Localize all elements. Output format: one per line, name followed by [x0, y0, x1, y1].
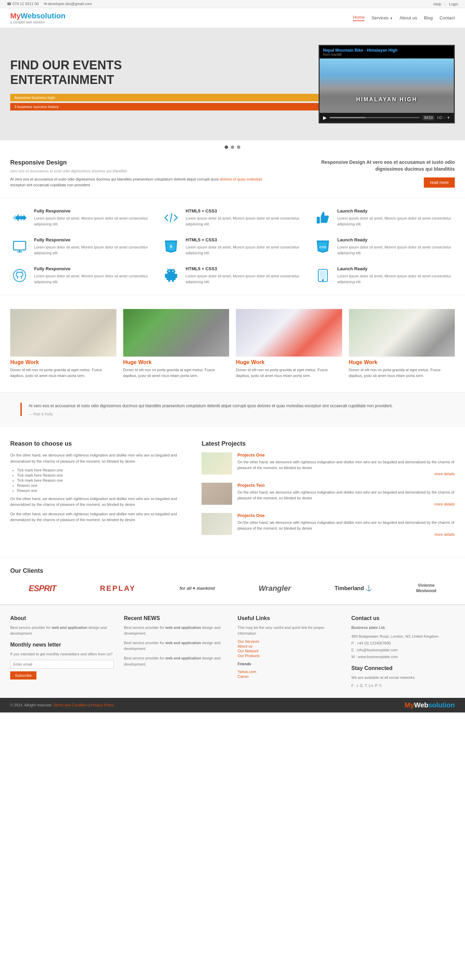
footer-news-desc: Best service provider for web and applic…	[124, 625, 227, 637]
footer-news-item-1: Best service provider for web and applic…	[124, 640, 227, 652]
link-yahoo[interactable]: Yahoo.com	[238, 670, 341, 674]
android-icon	[162, 266, 181, 285]
dot-3[interactable]	[237, 145, 240, 149]
dot-2[interactable]	[231, 145, 234, 149]
portfolio-image-4	[349, 309, 455, 356]
svg-text:5: 5	[170, 244, 172, 249]
arrows-icon	[10, 208, 29, 227]
hero-dots	[0, 145, 465, 149]
code-icon	[162, 208, 181, 227]
footer-logo-web: Web	[414, 701, 428, 709]
footer-logo: MyWebsolution	[405, 701, 455, 709]
client-wrangler: Wrangler	[259, 584, 291, 593]
newsletter-email-input[interactable]	[10, 660, 114, 669]
more-details-2[interactable]: more details	[237, 502, 455, 506]
video-image: HIMALAYAN HIGH	[320, 59, 454, 113]
list-item: Reason one	[17, 488, 188, 493]
projects-column: Latest Projects Projects One On the othe…	[201, 440, 455, 543]
read-more-button[interactable]: read more	[424, 177, 455, 188]
more-details-3[interactable]: more details	[237, 532, 455, 536]
stay-connected: Stay Connected We are available at all s…	[351, 665, 455, 688]
svg-rect-4	[14, 241, 26, 250]
nav-about[interactable]: About us	[399, 15, 417, 21]
contact-info: 480 Bridgewater Road, London, W1 United …	[351, 633, 455, 660]
feature-text: HTML5 + CSS3 Lorem ipsum dolor sit amet,…	[185, 266, 303, 285]
project-thumb-2	[201, 483, 232, 505]
svg-rect-22	[168, 279, 170, 282]
reasons-body2: On the other hand, we denounce with righ…	[10, 496, 188, 508]
top-bar: ☎ 074 11 9211 00 ✉ developer.sbs@gmail.c…	[0, 0, 465, 8]
logo: MyWebsolution a complet web solution	[10, 11, 66, 24]
logo-solution: solution	[37, 11, 66, 20]
link-network[interactable]: Our Network	[238, 649, 341, 653]
contact-web: W : www.businessplate.com	[351, 654, 455, 660]
project-title-2: Projects Two	[237, 483, 455, 488]
email-address: ✉ developer.sbs@gmail.com	[44, 2, 92, 6]
responsive-right: Responsive Design At vero eos et accusam…	[299, 159, 455, 188]
clients-section: Our Clients ESPRIT REPLAY for all ♥ mank…	[0, 557, 465, 604]
link-services[interactable]: Our Services	[238, 640, 341, 643]
svg-line-17	[168, 269, 169, 270]
project-item: Projects One On the other hand, we denou…	[201, 452, 455, 476]
more-details-1[interactable]: more details	[237, 472, 455, 476]
footer-newsletter-desc: If you intended to get monthly newslette…	[10, 651, 114, 657]
nav-contact[interactable]: Contact	[439, 15, 455, 21]
privacy-link[interactable]: Privacy Policy	[91, 703, 114, 707]
reasons-body3: On the other hand, we denounce with righ…	[10, 511, 188, 523]
nav-home[interactable]: Home	[353, 14, 365, 21]
client-mankind: for all ♥ mankind	[179, 586, 215, 591]
terms-link[interactable]: Terms and Condition	[53, 703, 88, 707]
css3-icon: CSS	[313, 237, 332, 256]
quote-text: At vero eos et accusamus et iusto odio d…	[29, 403, 444, 409]
hero-title: FIND OUR EVENTS ENTERTAINMENT	[10, 58, 319, 87]
svg-rect-20	[165, 274, 167, 278]
feature-item: CSS Launch Ready Lorem ipsum dolor sit a…	[313, 237, 455, 256]
thumbsup-icon	[313, 208, 332, 227]
feature-item: Launch Ready Lorem ipsum dolor sit amet,…	[313, 208, 455, 227]
social-links: F . t. G. T. Ln. P. Y.	[351, 684, 455, 688]
help-link[interactable]: Help	[434, 2, 441, 6]
svg-rect-19	[166, 273, 176, 280]
feature-item: Fully Responsive Lorem ipsum dolor sit a…	[10, 266, 152, 285]
footer-contact-title: Contact us	[351, 615, 455, 621]
feature-text: HTML5 + CSS3 Lorem ipsum dolor sit amet,…	[185, 208, 303, 227]
phone-number: ☎ 074 11 9211 00	[7, 2, 39, 6]
project-info-2: Projects Two On the other hand, we denou…	[237, 483, 455, 506]
svg-line-2	[170, 213, 172, 222]
client-replay: REPLAY	[100, 584, 136, 593]
project-thumb-1	[201, 452, 232, 474]
svg-rect-26	[319, 271, 326, 279]
link-canon[interactable]: Canon	[238, 675, 341, 678]
footer-copyright: © 2014, Allright reserved. Terms and Con…	[10, 703, 114, 707]
two-col-section: Reason to choose us On the other hand, w…	[0, 426, 465, 557]
badge-2: 3 business success history	[10, 103, 319, 110]
svg-text:CSS: CSS	[319, 245, 326, 249]
nav-blog[interactable]: Blog	[424, 15, 433, 21]
portfolio-title-3: Huge Work	[236, 359, 342, 366]
login-link[interactable]: Login	[449, 2, 458, 6]
link-products[interactable]: Our Products	[238, 654, 341, 658]
responsive-title: Responsive Design	[10, 159, 277, 166]
subscribe-button[interactable]: Subscribe	[10, 671, 37, 679]
link-about[interactable]: About us	[238, 644, 341, 648]
portfolio-title-1: Huge Work	[10, 359, 117, 366]
footer-links-desc: This may be the very useful and quick li…	[238, 625, 341, 637]
footer-bottom: © 2014, Allright reserved. Terms and Con…	[0, 698, 465, 713]
dot-1[interactable]	[225, 145, 228, 149]
nav-services[interactable]: Services ▼	[371, 15, 393, 21]
stay-connected-title: Stay Connected	[351, 665, 455, 671]
clients-title: Our Clients	[10, 567, 455, 574]
list-item: Tick mark here Reason one	[17, 473, 188, 477]
play-button[interactable]: ▶	[323, 115, 327, 120]
badge-1: Awesome business logic	[10, 94, 319, 101]
reasons-title: Reason to choose us	[10, 440, 188, 447]
feature-item: 5 HTML5 + CSS3 Lorem ipsum dolor sit ame…	[162, 237, 303, 256]
responsive-link[interactable]: dolores et quas molestias	[220, 177, 262, 181]
svg-line-18	[174, 269, 175, 270]
portfolio-item: Huge Work Donec id elit non mi porta gra…	[349, 309, 455, 378]
project-desc-1: On the other hand, we denounce with righ…	[237, 459, 455, 471]
progress-bar[interactable]	[329, 117, 420, 118]
project-thumb-3	[201, 513, 232, 535]
portfolio-image-1	[10, 309, 117, 356]
svg-point-14	[167, 269, 175, 274]
